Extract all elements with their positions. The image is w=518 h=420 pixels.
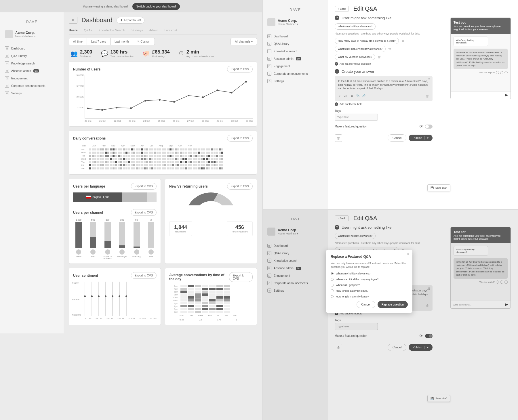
modal-title: Replace a Featured Q&A	[331, 255, 408, 259]
nav-dashboard[interactable]: ▦Dashboard	[266, 33, 324, 40]
nav-announcements[interactable]: ◇Corporate announcements	[266, 70, 324, 77]
radio-option[interactable]: What's my holiday allowance?	[331, 272, 408, 275]
sidebar: DAVE Acme Corp. Noemi Martinez ▾ ▦Dashbo…	[0, 12, 64, 333]
tab-users[interactable]: Users	[69, 27, 78, 34]
tab-admin[interactable]: Admin	[149, 27, 158, 34]
export-pdf-button[interactable]: ⬇Export to Pdf	[117, 17, 145, 24]
alt-question[interactable]: What's my statuory holiday allowance?	[335, 46, 386, 52]
chevron-down-icon: ▾	[34, 35, 36, 38]
piggy-icon: 🐖	[142, 50, 150, 57]
close-icon[interactable]: ✕	[407, 252, 410, 256]
emoji-icon[interactable]: ☺	[338, 94, 341, 98]
export-cvs-button[interactable]: Export to CVS	[131, 272, 157, 279]
tags-input[interactable]	[335, 114, 378, 121]
export-cvs-button[interactable]: Export to CVS	[227, 135, 253, 142]
add-bubble-button[interactable]: +Add another bubble	[335, 102, 511, 106]
nav-engagement[interactable]: ◫Engagement	[4, 75, 60, 82]
face-neutral-icon[interactable]	[500, 71, 503, 74]
filter-alltime[interactable]: All time	[69, 38, 87, 45]
radio-option[interactable]: How long is maternity leave?	[331, 295, 408, 298]
alt-question[interactable]: How many days of holiday am I allowed to…	[335, 38, 399, 44]
sidebar: DAVE Acme Corp.Noemi Martinez ▾ ▦Dashboa…	[263, 210, 328, 420]
nav-knowledge[interactable]: ⌕Knowledge search	[266, 47, 324, 55]
card-users-chart: Number of usersExport to CVS 1,250K 2,50…	[69, 62, 257, 127]
tab-surveys[interactable]: Surveys	[132, 27, 143, 34]
delete-icon[interactable]: 🗑	[378, 55, 381, 59]
primary-question[interactable]: What's my holiday allowance?	[335, 23, 376, 30]
engagement-icon: ◫	[5, 76, 9, 80]
clock-icon: ⏱	[178, 50, 184, 57]
nav-absence[interactable]: ▤Absence adminOn	[4, 67, 60, 75]
org-switcher[interactable]: Acme Corp.Noemi Martinez ▾	[266, 16, 324, 28]
export-cvs-button[interactable]: Export to CVS	[227, 66, 253, 72]
test-bot-panel: Test botAsk me questions you think an em…	[450, 18, 511, 99]
filter-lastmonth[interactable]: Last month	[110, 38, 133, 45]
card-daily-conv: Daily conversationsExport to CVS DecJanF…	[69, 131, 257, 175]
answer-icon: ⋯	[335, 69, 339, 74]
nav-announcements[interactable]: ◇Corporate announcements	[4, 82, 60, 89]
nav-qa[interactable]: QQ&A Library	[4, 52, 60, 60]
save-draft-option[interactable]: 💾Save draft	[427, 184, 450, 191]
nav-absence[interactable]: ▤Absence adminOn	[266, 55, 324, 62]
export-cvs-button[interactable]: Export to CVS	[131, 209, 157, 216]
modal-replace-button[interactable]: Replace question	[378, 301, 408, 308]
back-button[interactable]: ‹ Back	[335, 215, 349, 221]
edit-qa-main: ‹ Back Edit Q&A ?User might ask somethin…	[328, 210, 518, 420]
nav-qa[interactable]: QQ&A Library	[266, 40, 324, 47]
nav-settings[interactable]: ⚙Settings	[266, 77, 324, 85]
gauge-chart	[185, 192, 237, 218]
channel-bars: 1,200Teams500Slack320Skype for Business1…	[73, 219, 157, 259]
dashboard-tabs: Users Q&As Knowledge Search Surveys Admi…	[69, 27, 257, 35]
radio-option[interactable]: Where can I find the company logos?	[331, 278, 408, 281]
delete-icon[interactable]: 🗑	[388, 47, 391, 51]
filter-custom[interactable]: ✎ Custom	[133, 38, 155, 45]
save-icon: 💾	[431, 186, 434, 189]
link-icon[interactable]: 🔗	[362, 94, 365, 98]
nav-engagement[interactable]: ◫Engagement	[266, 62, 324, 70]
org-switcher[interactable]: Acme Corp. Noemi Martinez ▾	[4, 28, 60, 41]
nav-settings[interactable]: ⚙Settings	[4, 89, 60, 97]
chevron-down-icon[interactable]: ▾	[424, 136, 429, 140]
cancel-button[interactable]: Cancel	[388, 134, 406, 142]
image-icon[interactable]: ▣	[351, 94, 353, 98]
face-sad-icon[interactable]	[504, 71, 508, 74]
svg-point-7	[188, 95, 189, 96]
megaphone-icon: ◇	[5, 84, 9, 88]
publish-button[interactable]: Publish▾	[409, 135, 433, 141]
export-cvs-button[interactable]: Export to CVS	[227, 183, 253, 190]
filter-7days[interactable]: Last 7 days	[87, 38, 110, 45]
featured-toggle[interactable]	[425, 125, 433, 129]
radio-option[interactable]: How long is paternity leave?	[331, 289, 408, 292]
export-cvs-button[interactable]: Export to CVS	[229, 272, 253, 282]
face-happy-icon[interactable]	[496, 71, 499, 74]
drag-icon[interactable]: ⠿	[428, 78, 430, 81]
modal-cancel-button[interactable]: Cancel	[357, 301, 375, 308]
download-icon: ⬇	[120, 19, 123, 22]
channels-filter[interactable]: All channels ▾	[231, 38, 257, 45]
tab-qas[interactable]: Q&As	[84, 27, 92, 34]
svg-point-5	[159, 99, 161, 101]
back-button[interactable]: ‹ Back	[335, 6, 349, 12]
gif-button[interactable]: GIF	[344, 94, 348, 98]
user-bubble: What's my holiday allowance?	[454, 37, 488, 46]
tab-knowledge[interactable]: Knowledge Search	[98, 27, 125, 34]
tab-livechat[interactable]: Live chat	[165, 27, 177, 34]
switch-dashboard-button[interactable]: Switch back to your dashboard	[132, 3, 180, 10]
answer-editor[interactable]: ⠿ In the UK all full time workers are en…	[335, 76, 433, 101]
featured-toggle[interactable]	[425, 334, 433, 338]
radio-option[interactable]: When will I get paid?	[331, 284, 408, 287]
nav-dashboard[interactable]: ▦Dashboard	[4, 45, 60, 52]
bot-bubble: In the UK all full time workers are enti…	[454, 49, 508, 69]
heatmap-months: DecJanFebMarAprMayJunJulAugSepOctNov	[82, 144, 253, 147]
send-icon[interactable]	[505, 94, 508, 97]
export-cvs-button[interactable]: Export to CVS	[131, 183, 157, 190]
svg-point-0	[87, 108, 89, 109]
alt-question[interactable]: What my vacation allowance?	[335, 54, 375, 60]
attach-icon[interactable]: 📎	[356, 94, 359, 98]
delete-icon[interactable]: 🗑	[426, 94, 429, 98]
delete-icon[interactable]: 🗑	[401, 39, 405, 43]
nav-knowledge[interactable]: ⌕Knowledge search	[4, 60, 60, 67]
nav: ▦Dashboard QQ&A Library ⌕Knowledge searc…	[4, 45, 60, 97]
delete-button[interactable]: 🗑	[335, 134, 342, 142]
modal-desc: You can only have a maximum of 5 feature…	[331, 261, 408, 269]
